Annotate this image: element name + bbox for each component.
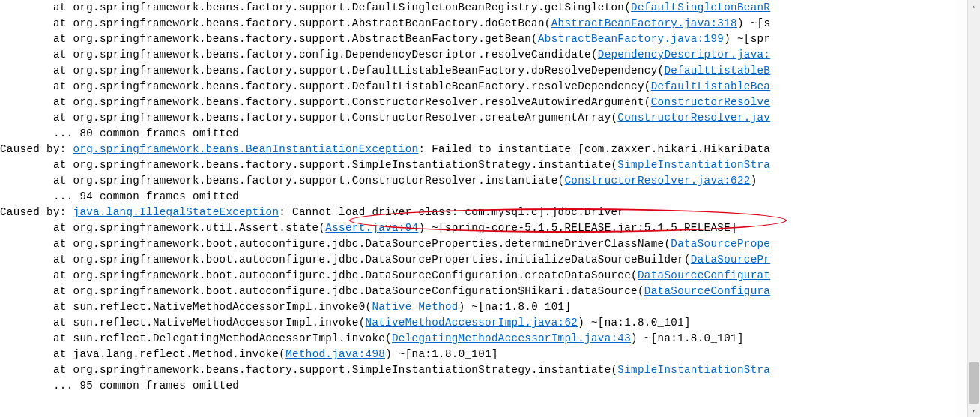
stack-indent: at bbox=[0, 17, 73, 29]
stack-indent bbox=[0, 380, 53, 392]
stacktrace-line: at java.lang.reflect.Method.invoke(Metho… bbox=[0, 346, 956, 362]
stack-text: org.springframework.beans.factory.suppor… bbox=[73, 17, 551, 29]
stack-text: org.springframework.beans.factory.suppor… bbox=[73, 64, 665, 76]
scroll-down-arrow[interactable]: ▾ bbox=[967, 404, 980, 417]
source-link[interactable]: DefaultSingletonBeanR bbox=[631, 2, 770, 14]
stack-indent: at bbox=[0, 175, 73, 187]
stack-suffix: ) bbox=[751, 175, 757, 187]
stacktrace-line: at org.springframework.boot.autoconfigur… bbox=[0, 268, 956, 284]
stack-suffix: ) ~[na:1.8.0_101] bbox=[631, 332, 744, 344]
source-link[interactable]: SimpleInstantiationStra bbox=[617, 364, 770, 376]
stack-indent bbox=[0, 190, 53, 202]
stacktrace-line: at org.springframework.util.Assert.state… bbox=[0, 220, 956, 236]
source-link[interactable]: AbstractBeanFactory.java:199 bbox=[538, 33, 724, 45]
stack-text: org.springframework.boot.autoconfigure.j… bbox=[73, 269, 638, 281]
caused-by-label: Caused by: bbox=[0, 143, 73, 155]
stack-suffix: ) ~[na:1.8.0_101] bbox=[459, 301, 572, 313]
stack-text: java.lang.reflect.Method.invoke( bbox=[73, 348, 286, 360]
stacktrace-line: Caused by: java.lang.IllegalStateExcepti… bbox=[0, 205, 956, 220]
source-link[interactable]: ConstructorResolve bbox=[651, 96, 771, 108]
stacktrace-line: at org.springframework.beans.factory.sup… bbox=[0, 79, 956, 94]
editor-gutter-right bbox=[956, 0, 967, 417]
stack-text: org.springframework.beans.factory.suppor… bbox=[73, 33, 538, 45]
stacktrace-line: at sun.reflect.NativeMethodAccessorImpl.… bbox=[0, 299, 956, 315]
stack-text: org.springframework.beans.factory.config… bbox=[73, 49, 598, 61]
exception-link[interactable]: java.lang.IllegalStateException bbox=[73, 206, 279, 218]
stack-suffix: ) ~[na:1.8.0_101] bbox=[578, 316, 691, 328]
stacktrace-line: at org.springframework.beans.factory.sup… bbox=[0, 173, 956, 189]
stacktrace-line: at org.springframework.beans.factory.sup… bbox=[0, 0, 956, 16]
source-link[interactable]: DataSourceConfigurat bbox=[638, 269, 770, 281]
stacktrace-line: at org.springframework.beans.factory.sup… bbox=[0, 94, 956, 110]
stacktrace-line: at org.springframework.boot.autoconfigur… bbox=[0, 284, 956, 299]
source-link[interactable]: Native Method bbox=[372, 301, 458, 313]
scroll-up-arrow[interactable]: ▴ bbox=[967, 0, 980, 13]
stack-text: org.springframework.util.Assert.state( bbox=[73, 222, 326, 234]
stack-suffix: ) ~[s bbox=[737, 17, 770, 29]
stacktrace-line: ... 95 common frames omitted bbox=[0, 378, 956, 394]
stack-indent: at bbox=[0, 254, 73, 266]
source-link[interactable]: Assert.java:94 bbox=[325, 222, 418, 234]
stack-indent: at bbox=[0, 96, 73, 108]
stack-text: org.springframework.beans.factory.suppor… bbox=[73, 175, 565, 187]
stacktrace-line: at org.springframework.beans.factory.sup… bbox=[0, 32, 956, 47]
stacktrace-line: at org.springframework.beans.factory.sup… bbox=[0, 16, 956, 32]
source-link[interactable]: DefaultListableB bbox=[664, 64, 770, 76]
source-link[interactable]: DataSourceConfigura bbox=[644, 285, 770, 297]
stacktrace-line: ... 80 common frames omitted bbox=[0, 126, 956, 142]
vertical-scrollbar-thumb[interactable] bbox=[969, 362, 979, 404]
stacktrace-line: at org.springframework.beans.factory.con… bbox=[0, 47, 956, 63]
stacktrace-line: at sun.reflect.NativeMethodAccessorImpl.… bbox=[0, 315, 956, 331]
stack-text: ... 95 common frames omitted bbox=[53, 380, 239, 392]
stack-text: sun.reflect.DelegatingMethodAccessorImpl… bbox=[73, 332, 392, 344]
stack-indent: at bbox=[0, 269, 73, 281]
stacktrace-line: ... 94 common frames omitted bbox=[0, 189, 956, 205]
stacktrace-line: at sun.reflect.DelegatingMethodAccessorI… bbox=[0, 331, 956, 346]
stack-text: ... 80 common frames omitted bbox=[53, 128, 239, 140]
source-link[interactable]: DefaultListableBea bbox=[651, 80, 771, 92]
source-link[interactable]: Method.java:498 bbox=[285, 348, 385, 360]
stack-indent: at bbox=[0, 2, 73, 14]
stack-text: org.springframework.boot.autoconfigure.j… bbox=[73, 285, 644, 297]
source-link[interactable]: AbstractBeanFactory.java:318 bbox=[551, 17, 737, 29]
stacktrace-line: at org.springframework.beans.factory.sup… bbox=[0, 110, 956, 126]
stack-indent: at bbox=[0, 348, 73, 360]
caused-by-label: Caused by: bbox=[0, 206, 73, 218]
exception-message: : Cannot load driver class: com.mysql.cj… bbox=[279, 206, 624, 218]
stack-text: ... 94 common frames omitted bbox=[53, 190, 239, 202]
stack-text: org.springframework.boot.autoconfigure.j… bbox=[73, 254, 691, 266]
stack-indent: at bbox=[0, 159, 73, 171]
stack-text: org.springframework.beans.factory.suppor… bbox=[73, 159, 618, 171]
source-link[interactable]: ConstructorResolver.jav bbox=[617, 112, 770, 124]
exception-link[interactable]: org.springframework.beans.BeanInstantiat… bbox=[73, 143, 419, 155]
stack-text: org.springframework.beans.factory.suppor… bbox=[73, 364, 618, 376]
console-output: at org.springframework.beans.factory.sup… bbox=[0, 0, 956, 394]
stack-text: org.springframework.beans.factory.suppor… bbox=[73, 2, 632, 14]
stack-text: org.springframework.boot.autoconfigure.j… bbox=[73, 238, 671, 250]
source-link[interactable]: ConstructorResolver.java:622 bbox=[564, 175, 750, 187]
stack-suffix: ) ~[spr bbox=[724, 33, 770, 45]
stack-indent: at bbox=[0, 33, 73, 45]
source-link[interactable]: DependencyDescriptor.java: bbox=[598, 49, 770, 61]
stack-text: sun.reflect.NativeMethodAccessorImpl.inv… bbox=[73, 316, 366, 328]
stacktrace-line: at org.springframework.beans.factory.sup… bbox=[0, 63, 956, 79]
stack-indent: at bbox=[0, 285, 73, 297]
source-link[interactable]: DelegatingMethodAccessorImpl.java:43 bbox=[392, 332, 631, 344]
source-link[interactable]: DataSourcePrope bbox=[671, 238, 770, 250]
stack-indent bbox=[0, 128, 53, 140]
stack-indent: at bbox=[0, 332, 73, 344]
stack-text: org.springframework.beans.factory.suppor… bbox=[73, 96, 651, 108]
stack-indent: at bbox=[0, 301, 73, 313]
stack-suffix: ) ~[spring-core-5.1.5.RELEASE.jar:5.1.5.… bbox=[418, 222, 736, 234]
vertical-scrollbar-track[interactable]: ▴ ▾ bbox=[967, 0, 980, 417]
stack-indent: at bbox=[0, 364, 73, 376]
source-link[interactable]: DataSourcePr bbox=[691, 254, 770, 266]
stack-indent: at bbox=[0, 64, 73, 76]
source-link[interactable]: SimpleInstantiationStra bbox=[617, 159, 770, 171]
stack-text: org.springframework.beans.factory.suppor… bbox=[73, 112, 618, 124]
exception-message: : Failed to instantiate [com.zaxxer.hika… bbox=[418, 143, 770, 155]
stack-suffix: ) ~[na:1.8.0_101] bbox=[385, 348, 498, 360]
stack-indent: at bbox=[0, 112, 73, 124]
stack-text: org.springframework.beans.factory.suppor… bbox=[73, 80, 651, 92]
source-link[interactable]: NativeMethodAccessorImpl.java:62 bbox=[366, 316, 578, 328]
